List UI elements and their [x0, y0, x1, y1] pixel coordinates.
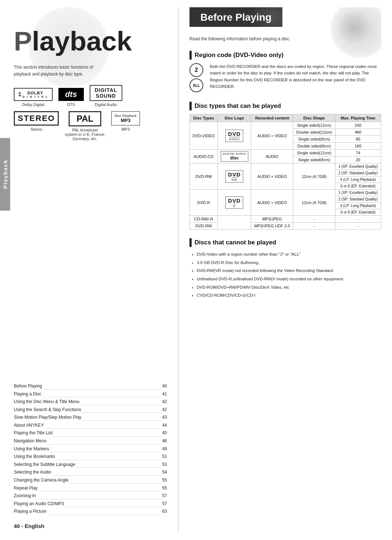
dvd-video-content: AUDIO + VIDEO [251, 122, 293, 150]
dolby-label: Dolby Digital [22, 102, 44, 107]
dvd-video-time-4: 160 [335, 143, 381, 150]
dvd-video-logo: DVD VIDEO [218, 122, 251, 150]
toc-label: Using the Disc Menu & Title Menu [14, 398, 79, 406]
dvd-r-time-4: 6 or 8 (EP: Extended) [335, 209, 381, 216]
toc-item: Before Playing 40 [14, 382, 167, 390]
toc-page: 55 [162, 484, 167, 492]
toc-page: 63 [162, 508, 167, 516]
dvd-r-shape: 12cm (4.7GB) [293, 190, 335, 216]
toc-page: 44 [162, 422, 167, 430]
header-decoration [316, 7, 381, 58]
cdrw-shape-1: - [293, 216, 335, 223]
toc-label: Playing a Picture [14, 508, 46, 516]
table-row: DVD-VIDEO DVD VIDEO AUDIO + VIDEO Single… [190, 122, 381, 129]
toc-label: Selecting the Audio [14, 468, 51, 476]
cd-logo-img: DIGITAL AUDIO disc [221, 151, 248, 162]
sidebar-tab-label: Playback [2, 159, 8, 189]
toc-item: Playing the Title List 45 [14, 429, 167, 437]
dvd-rw-time-2: 2 (SP: Standard Quality) [335, 170, 381, 176]
pal-logo-box: PAL PAL broadcastsystem in U.K, France,G… [65, 111, 105, 141]
table-row: CD-RW/-R MP3/JPEG - - [190, 216, 381, 223]
stereo-logo-box: STEREO Stereo [14, 111, 59, 131]
stereo-logo: STEREO [14, 111, 59, 126]
th-disc-shape: Disc Shape [293, 114, 335, 122]
th-disc-logo: Disc Logo [218, 114, 251, 122]
toc-page: 57 [162, 492, 167, 500]
toc-label: Before Playing [14, 382, 42, 390]
audio-cd-logo: DIGITAL AUDIO disc [218, 150, 251, 163]
th-recorded-content: Recorded content [251, 114, 293, 122]
toc-item: Playing an Audio CD/MP3 57 [14, 500, 167, 508]
toc-label: Selecting the Subtitle Language [14, 461, 75, 469]
cdrw-logo [218, 216, 251, 230]
toc-item: Changing the Camera Angle 55 [14, 476, 167, 484]
dvd-r-time-3: 4 (LP: Long Playback) [335, 203, 381, 209]
toc-page: 46 [162, 437, 167, 445]
toc-label: Slow Motion Play/Step Motion Play [14, 414, 81, 422]
region-number-circle: 2 [189, 63, 203, 77]
table-row: AUDIO-CD DIGITAL AUDIO disc AUDIO Single… [190, 150, 381, 157]
dvd-rw-time-1: 1 (XP: Excellent Quality) [335, 163, 381, 170]
mp3-label: MP3 [122, 127, 130, 131]
toc-label: Navigation Menu [14, 437, 46, 445]
dvd-rw-time-3: 4 (LP: Long Playback) [335, 176, 381, 183]
digital-sound-logo-box: DIGITAL SOUND Digital Audio [90, 85, 122, 107]
left-column: Playback This section introduces basic f… [0, 0, 178, 540]
toc-page: 42 [162, 398, 167, 406]
dvd-r-content: AUDIO + VIDEO [251, 190, 293, 216]
audio-cd-time-1: 74 [335, 150, 381, 157]
region-section-bar [189, 51, 192, 60]
disc-types-section-title: Disc types that can be played [195, 102, 281, 110]
toc-label: Playing an Audio CD/MP3 [14, 500, 64, 508]
toc-item: Selecting the Subtitle Language 53 [14, 461, 167, 469]
toc-page: 55 [162, 476, 167, 484]
toc-label: Playing a Disc [14, 390, 41, 398]
cannot-play-item: DVD-ROM/DVD+RW/PD/MV-Disc/DivX Video, et… [197, 284, 381, 291]
toc-section: Before Playing 40 Playing a Disc 41 Usin… [14, 382, 167, 516]
toc-label: Playing the Title List [14, 429, 53, 437]
toc-label: Using the Bookmarks [14, 453, 55, 461]
dvdrw-logo-img: DVD RW [225, 170, 243, 183]
dvd-rw-shape: 12cm (4.7GB) [293, 163, 335, 190]
playback-title: Playback [14, 25, 167, 57]
toc-item: Using the Search & Skip Functions 42 [14, 406, 167, 414]
cannot-play-item: 3.9 GB DVD-R Disc for Authoring. [197, 259, 381, 267]
toc-page: 43 [162, 414, 167, 422]
cdrw-type-1: CD-RW/-R [190, 216, 218, 223]
toc-item: Playing a Disc 41 [14, 390, 167, 398]
toc-page: 54 [162, 468, 167, 476]
region-text: Both the DVD RECORDER and the discs are … [210, 63, 381, 90]
toc-page: 40 [162, 382, 167, 390]
toc-item: Repeat Play 55 [14, 484, 167, 492]
dts-logo: dts [58, 88, 84, 101]
right-column: Before Playing Read the following inform… [179, 0, 392, 540]
toc-item: Zooming-In 57 [14, 492, 167, 500]
toc-label: Changing the Camera Angle [14, 476, 69, 484]
toc-item: Using the Bookmarks 51 [14, 453, 167, 461]
toc-item: Using the Markers 49 [14, 445, 167, 453]
playback-title-rest: layback [32, 26, 132, 56]
cdrw-shape-2: - [293, 223, 335, 230]
toc-page: 41 [162, 390, 167, 398]
dts-logo-box: dts DTS [58, 88, 84, 107]
toc-label: Zooming-In [14, 492, 36, 500]
before-playing-header: Before Playing [189, 7, 282, 27]
cannot-play-item: DVD-Video with a region number other tha… [197, 251, 381, 258]
toc-item: Using the Disc Menu & Title Menu 42 [14, 398, 167, 406]
region-section-title: Region code (DVD-Video only) [195, 52, 283, 59]
dvd-rw-time-4: 6 or 8 (EP: Extended) [335, 183, 381, 190]
mp3-logo-box: Disc Playback MP3 MP3 [111, 111, 140, 131]
cannot-play-item: Unfinalised DVD-R,unfinalised DVD-RW(V m… [197, 275, 381, 283]
digital-audio-label: Digital Audio [95, 102, 117, 107]
toc-page: 51 [162, 453, 167, 461]
dvd-video-shape-2: Double sided(12cm) [293, 129, 335, 136]
dvd-video-time-3: 80 [335, 136, 381, 143]
pal-label: PAL broadcastsystem in U.K, France,Germa… [65, 128, 105, 141]
toc-page: 53 [162, 461, 167, 469]
audio-cd-shape-2: Single sided(8cm) [293, 157, 335, 163]
dvd-video-shape-4: Double sided(8cm) [293, 143, 335, 150]
audio-cd-shape-1: Single sided(12cm) [293, 150, 335, 157]
toc-page: 42 [162, 406, 167, 414]
audio-cd-type: AUDIO-CD [190, 150, 218, 163]
toc-label: Using the Search & Skip Functions [14, 406, 81, 414]
